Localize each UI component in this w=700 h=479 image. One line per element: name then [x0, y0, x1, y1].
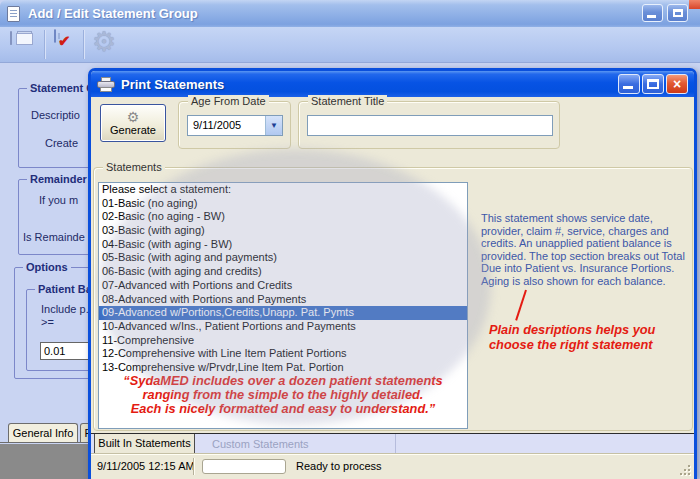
- tab-built-in-statements[interactable]: Built In Statements: [94, 434, 195, 455]
- workspace-background: [0, 444, 89, 479]
- is-remainder-label: Is Remainde: [23, 231, 85, 243]
- age-from-date-group: Age From Date 9/11/2005 ▼: [178, 101, 291, 149]
- statement-title-input[interactable]: [307, 115, 553, 136]
- status-timestamp: 9/11/2005 12:15 AM: [97, 460, 195, 472]
- statement-item[interactable]: 01-Basic (no aging): [99, 197, 467, 211]
- if-you-label: If you m: [39, 194, 78, 206]
- dialog-minimize-button[interactable]: [618, 74, 640, 94]
- tab-built-in-statements-label: Built In Statements: [98, 437, 190, 449]
- statement-item[interactable]: 02-Basic (no aging - BW): [99, 210, 467, 224]
- statement-item[interactable]: 07-Advanced with Portions and Credits: [99, 279, 467, 293]
- statement-item[interactable]: 11-Comprehensive: [99, 334, 467, 348]
- save-icon[interactable]: [10, 31, 12, 45]
- options-group-box-label: Options: [23, 261, 71, 273]
- statement-description-text: This statement shows service date, provi…: [481, 212, 691, 288]
- generate-button-label: Generate: [110, 124, 156, 136]
- dialog-statusbar: 9/11/2005 12:15 AM Ready to process: [91, 454, 694, 479]
- statement-item[interactable]: 10-Advanced w/Ins., Patient Portions and…: [99, 320, 467, 334]
- age-from-date-label: Age From Date: [188, 95, 269, 107]
- parent-minimize-button[interactable]: [642, 4, 663, 22]
- statement-item[interactable]: 08-Advanced with Portions and Payments: [99, 293, 467, 307]
- screen: Add / Edit Statement Group ✔ ⚙ Statement…: [0, 0, 700, 479]
- parent-maximize-button[interactable]: [667, 4, 688, 22]
- age-from-date-combobox[interactable]: 9/11/2005 ▼: [187, 115, 283, 136]
- statements-group: Statements Please select a statement:01-…: [93, 167, 693, 431]
- settings-gear-icon[interactable]: ⚙: [92, 28, 116, 57]
- statement-item[interactable]: 03-Basic (with aging): [99, 224, 467, 238]
- include-label: Include p.: [41, 303, 89, 315]
- tab-custom-statements[interactable]: Custom Statements: [200, 434, 396, 455]
- dialog-close-button[interactable]: ×: [666, 74, 688, 94]
- background-close-button-partial: [689, 0, 700, 9]
- generate-gear-icon: ⚙: [127, 110, 140, 124]
- dialog-content: ⚙ Generate Age From Date 9/11/2005 ▼ Sta…: [91, 97, 694, 479]
- annotation-quote: “SydaMED includes over a dozen patient s…: [99, 374, 467, 415]
- annotation-callout-line: [515, 290, 527, 321]
- statement-title-label: Statement Title: [308, 95, 387, 107]
- validate-icon[interactable]: ✔: [54, 29, 56, 43]
- tab-general-info[interactable]: General Info: [8, 423, 78, 443]
- dialog-titlebar[interactable]: Print Statements ×: [91, 71, 694, 97]
- statement-item[interactable]: 09-Advanced w/Portions,Credits,Unapp. Pa…: [99, 306, 467, 320]
- parent-window-title: Add / Edit Statement Group: [28, 6, 198, 21]
- remainder-group-box-label: Remainder: [27, 173, 90, 185]
- statement-item[interactable]: 12-Comprehensive with Line Item Patient …: [99, 347, 467, 361]
- printer-icon: [97, 77, 115, 92]
- progress-indicator: [202, 459, 286, 474]
- dialog-tabstrip: Built In Statements Custom Statements: [91, 433, 694, 454]
- tab-custom-statements-label: Custom Statements: [212, 438, 309, 450]
- statement-item[interactable]: 05-Basic (with aging and payments): [99, 251, 467, 265]
- parent-window-titlebar: Add / Edit Statement Group: [0, 0, 700, 27]
- annotation-callout-text: Plain desriptions helps you choose the r…: [489, 323, 655, 352]
- description-label: Descriptio: [31, 109, 80, 121]
- parent-toolbar: ✔ ⚙: [0, 27, 700, 63]
- operator-label: >=: [41, 316, 54, 328]
- dialog-maximize-button[interactable]: [642, 74, 664, 94]
- age-from-date-value: 9/11/2005: [188, 116, 265, 135]
- statement-title-group: Statement Title: [298, 101, 560, 149]
- tab-baseline: [0, 442, 89, 443]
- chevron-down-icon[interactable]: ▼: [265, 116, 282, 135]
- statement-item[interactable]: 04-Basic (with aging - BW): [99, 238, 467, 252]
- print-statements-dialog: Print Statements × ⚙ Generate Age From D…: [88, 68, 697, 479]
- tab-general-info-label: General Info: [13, 427, 74, 439]
- document-icon: [7, 6, 20, 22]
- dialog-title: Print Statements: [121, 77, 224, 92]
- statements-listbox[interactable]: Please select a statement:01-Basic (no a…: [98, 182, 468, 429]
- status-message: Ready to process: [296, 460, 382, 472]
- status-separator: [193, 458, 194, 475]
- statements-group-label: Statements: [103, 161, 165, 173]
- statement-item[interactable]: Please select a statement:: [99, 183, 467, 197]
- created-label: Create: [45, 137, 78, 149]
- resize-grip[interactable]: [678, 463, 690, 475]
- generate-button[interactable]: ⚙ Generate: [100, 104, 166, 142]
- statement-item[interactable]: 06-Basic (with aging and credits): [99, 265, 467, 279]
